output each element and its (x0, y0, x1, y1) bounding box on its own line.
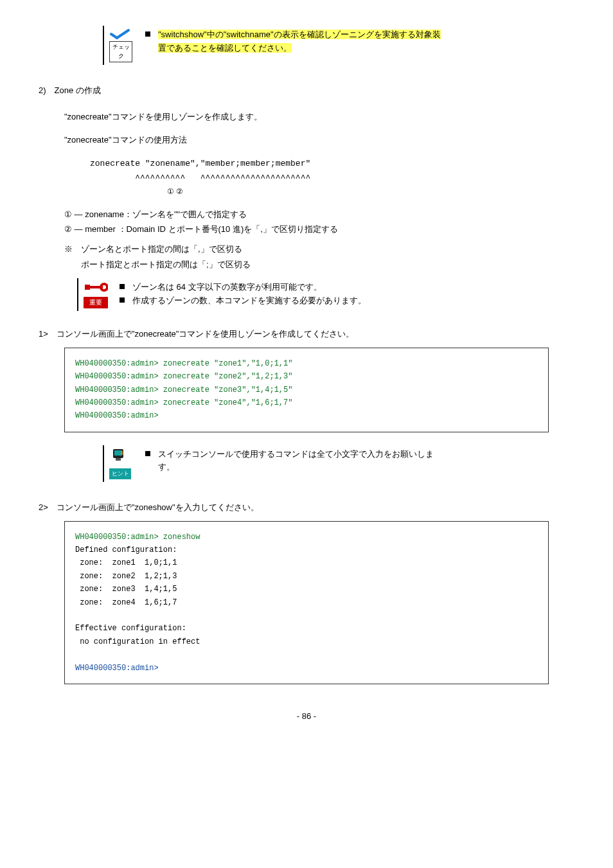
command-syntax: zonecreate "zonename","member;member;mem… (90, 157, 574, 171)
square-bullet-icon (120, 284, 125, 289)
section-p2: "zonecreate"コマンドの使用方法 (64, 134, 574, 147)
section-p1: "zonecreate"コマンドを使用しゾーンを作成します。 (64, 111, 574, 124)
check-text: "switchshow"中の"switchname"の表示を確認しゾーニングを実… (145, 28, 574, 62)
step-2-label: 2> コンソール画面上で"zoneshow"を入力してください。 (39, 501, 574, 515)
important-icon (84, 281, 108, 292)
hint-icon (109, 448, 127, 463)
important-bullet-2: 作成するゾーンの数、本コマンドを実施する必要があります。 (132, 296, 366, 305)
check-label: チェック (109, 41, 132, 62)
square-bullet-icon (145, 31, 150, 37)
hint-note-block: ヒント スイッチコンソールで使用するコマンドは全て小文字で入力をお願いしま す。 (103, 445, 574, 482)
code-box-1: WH040000350:admin> zonecreate "zone1","1… (64, 348, 549, 432)
check-icon-column: チェック (109, 28, 145, 62)
command-carets: ^^^^^^^^^^ ^^^^^^^^^^^^^^^^^^^^^^ (90, 172, 574, 186)
svg-rect-0 (85, 285, 90, 290)
important-label: 重要 (84, 297, 108, 308)
svg-rect-8 (116, 458, 121, 461)
important-text: ゾーン名は 64 文字以下の英数字が利用可能です。 作成するゾーンの数、本コマン… (120, 281, 366, 308)
hint-text: スイッチコンソールで使用するコマンドは全て小文字で入力をお願いしま す。 (145, 448, 434, 479)
section-heading: 2) Zone の作成 (39, 84, 574, 98)
check-line1: "switchshow"中の"switchname"の表示を確認しゾーニングを実… (158, 30, 441, 39)
code-box-2: WH040000350:admin> zoneshow Defined conf… (64, 521, 549, 684)
svg-point-2 (101, 284, 107, 290)
page-number: - 86 - (39, 710, 574, 723)
check-line2: 置であることを確認してください。 (158, 43, 292, 53)
definition-1: ① — zonename：ゾーン名を""で囲んで指定する (64, 208, 574, 222)
code2-cmd: WH040000350:admin> zoneshow (75, 533, 200, 542)
important-bullet-1: ゾーン名は 64 文字以下の英数字が利用可能です。 (132, 282, 322, 292)
important-note-block: 重要 ゾーン名は 64 文字以下の英数字が利用可能です。 作成するゾーンの数、本… (77, 278, 574, 311)
square-bullet-icon (145, 451, 150, 456)
code2-prompt: WH040000350:admin> (75, 664, 159, 673)
important-icon-column: 重要 (84, 281, 120, 308)
definition-2: ② — member ：Domain ID とポート番号(10 進)を「,」で区… (64, 223, 574, 236)
check-note-block: チェック "switchshow"中の"switchname"の表示を確認しゾー… (103, 26, 574, 65)
hint-line-1: スイッチコンソールで使用するコマンドは全て小文字で入力をお願いしま (158, 449, 434, 459)
circled-numbers: ① ② (167, 186, 574, 198)
note-line-2: ポート指定とポート指定の間は「;」で区切る (64, 258, 574, 272)
hint-line-2: す。 (158, 461, 434, 474)
code2-body: Defined configuration: zone: zone1 1,0;1… (75, 545, 200, 646)
checkmark-icon (109, 28, 131, 40)
note-line-1: ※ ゾーン名とポート指定の間は「,」で区切る (64, 243, 574, 256)
square-bullet-icon (120, 297, 125, 303)
hint-label: ヒント (109, 468, 131, 479)
hint-icon-column: ヒント (109, 448, 145, 479)
step-1-label: 1> コンソール画面上で"zonecreate"コマンドを使用しゾーンを作成して… (39, 328, 574, 341)
